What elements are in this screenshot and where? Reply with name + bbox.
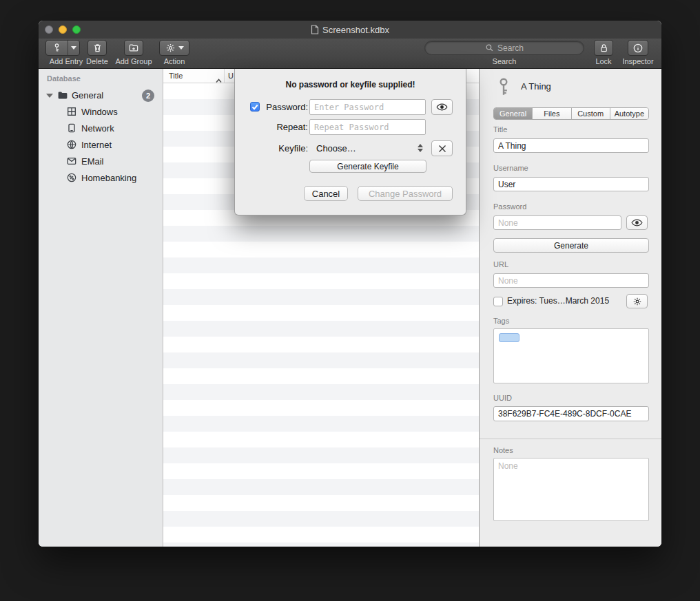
chevron-down-icon bbox=[418, 149, 423, 152]
action-label: Action bbox=[154, 57, 195, 65]
repeat-label: Repeat: bbox=[261, 122, 308, 132]
uuid-field-label: UUID bbox=[493, 394, 512, 402]
reveal-password-button[interactable] bbox=[626, 215, 648, 230]
sidebar-item-label: Internet bbox=[81, 140, 112, 150]
folder-icon bbox=[56, 89, 69, 104]
inspector-button[interactable] bbox=[628, 40, 648, 56]
username-field[interactable] bbox=[493, 177, 649, 191]
column-header-title[interactable]: Title bbox=[169, 72, 183, 80]
delete-button[interactable] bbox=[88, 40, 107, 56]
column-divider[interactable] bbox=[224, 69, 225, 83]
search-label: Search bbox=[484, 57, 525, 65]
titlebar: Screenshot.kdbx bbox=[39, 21, 661, 39]
tab-autotype[interactable]: Autotype bbox=[610, 108, 648, 119]
sheet-warning-message: No password or keyfile supplied! bbox=[235, 80, 466, 89]
tags-field[interactable] bbox=[493, 328, 649, 383]
section-divider bbox=[480, 439, 661, 439]
action-button[interactable] bbox=[159, 40, 189, 56]
close-icon bbox=[438, 145, 446, 153]
chevron-down-icon bbox=[71, 46, 76, 50]
add-entry-dropdown[interactable] bbox=[68, 46, 79, 50]
url-field[interactable] bbox=[493, 273, 649, 288]
window-title: Screenshot.kdbx bbox=[322, 25, 389, 35]
sidebar-item-email[interactable]: EMail bbox=[39, 154, 163, 170]
toolbar: Add Entry Delete Add Group Action Search… bbox=[39, 39, 661, 69]
sidebar-item-general[interactable]: General 2 bbox=[39, 87, 163, 104]
sidebar-group-label: General bbox=[72, 90, 103, 101]
gear-icon bbox=[632, 297, 642, 306]
inspector-label: Inspector bbox=[617, 57, 659, 65]
change-password-button[interactable]: Change Password bbox=[358, 186, 453, 201]
windows-icon bbox=[66, 106, 77, 120]
search-placeholder: Search bbox=[497, 43, 524, 53]
delete-label: Delete bbox=[76, 57, 118, 65]
repeat-password-input[interactable] bbox=[309, 119, 426, 135]
minimize-window-button[interactable] bbox=[59, 25, 67, 34]
globe-icon bbox=[66, 139, 77, 153]
expires-checkbox[interactable] bbox=[493, 297, 503, 306]
sidebar-item-network[interactable]: Network bbox=[39, 120, 163, 137]
sidebar-item-internet[interactable]: Internet bbox=[39, 137, 163, 154]
sidebar-item-windows[interactable]: Windows bbox=[39, 104, 163, 120]
column-header-username[interactable]: U bbox=[228, 72, 234, 80]
password-input[interactable] bbox=[309, 99, 426, 115]
change-password-sheet: No password or keyfile supplied! Passwor… bbox=[234, 69, 466, 215]
chevron-down-icon bbox=[178, 46, 184, 50]
sidebar-item-label: Homebanking bbox=[81, 173, 136, 183]
search-input[interactable]: Search bbox=[424, 41, 584, 55]
clear-keyfile-button[interactable] bbox=[431, 140, 453, 156]
sidebar-item-label: EMail bbox=[81, 156, 104, 167]
notes-field[interactable]: None bbox=[493, 458, 649, 521]
sidebar-item-homebanking[interactable]: Homebanking bbox=[39, 170, 163, 187]
tab-custom[interactable]: Custom bbox=[571, 108, 610, 119]
desktop: Screenshot.kdbx Add Entry Delete bbox=[0, 0, 700, 601]
app-window: Screenshot.kdbx Add Entry Delete bbox=[39, 21, 661, 547]
sidebar-item-label: Windows bbox=[81, 107, 118, 117]
expires-settings-button[interactable] bbox=[626, 294, 648, 308]
close-window-button[interactable] bbox=[45, 25, 53, 34]
folder-plus-icon bbox=[128, 43, 139, 53]
popup-stepper-icon[interactable] bbox=[416, 142, 424, 154]
tab-files[interactable]: Files bbox=[532, 108, 570, 119]
eye-icon bbox=[631, 218, 643, 227]
inspector-entry-title: A Thing bbox=[521, 81, 551, 92]
envelope-icon bbox=[66, 156, 77, 169]
add-entry-button[interactable] bbox=[45, 40, 80, 56]
title-field-label: Title bbox=[493, 125, 507, 134]
add-group-label: Add Group bbox=[113, 57, 154, 65]
tab-general[interactable]: General bbox=[494, 108, 532, 119]
generate-password-button[interactable]: Generate bbox=[493, 238, 649, 253]
show-password-button[interactable] bbox=[431, 99, 453, 115]
entry-count-badge: 2 bbox=[142, 89, 154, 102]
password-checkbox[interactable] bbox=[250, 102, 260, 112]
window-title-group: Screenshot.kdbx bbox=[311, 25, 389, 35]
lock-icon bbox=[599, 43, 609, 53]
zoom-window-button[interactable] bbox=[72, 25, 81, 34]
generate-keyfile-button[interactable]: Generate Keyfile bbox=[309, 160, 426, 173]
lock-button[interactable] bbox=[594, 40, 613, 56]
uuid-field[interactable] bbox=[493, 406, 649, 421]
password-field[interactable] bbox=[493, 215, 621, 230]
info-icon bbox=[632, 43, 644, 54]
key-icon bbox=[495, 77, 513, 99]
sidebar: Database General 2 Windows Network bbox=[39, 69, 163, 547]
username-field-label: Username bbox=[493, 164, 528, 172]
cancel-button[interactable]: Cancel bbox=[304, 186, 348, 201]
gear-icon bbox=[165, 43, 176, 53]
check-icon bbox=[251, 104, 258, 110]
tags-field-label: Tags bbox=[493, 317, 509, 325]
key-plus-icon bbox=[52, 43, 62, 53]
tag-token[interactable] bbox=[499, 333, 519, 342]
sidebar-item-label: Network bbox=[81, 123, 114, 134]
inspector-panel: A Thing General Files Custom Autotype Ti… bbox=[479, 69, 661, 547]
network-icon bbox=[66, 123, 77, 136]
percent-icon bbox=[66, 172, 77, 186]
notes-placeholder: None bbox=[498, 461, 518, 471]
inspector-tabs: General Files Custom Autotype bbox=[493, 107, 649, 120]
password-field-label: Password bbox=[493, 202, 526, 211]
add-group-button[interactable] bbox=[124, 40, 143, 56]
title-field[interactable] bbox=[493, 138, 649, 153]
keyfile-popup[interactable]: Choose… bbox=[316, 143, 356, 154]
disclosure-triangle-icon[interactable] bbox=[46, 94, 53, 98]
chevron-up-icon bbox=[418, 144, 423, 147]
